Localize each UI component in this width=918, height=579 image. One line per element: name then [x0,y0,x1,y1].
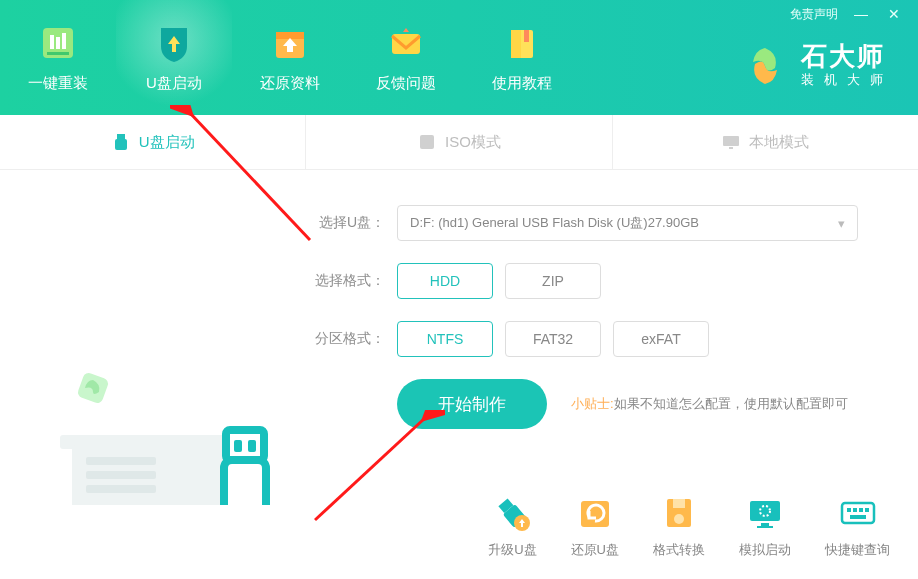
tab-label: ISO模式 [445,133,501,152]
keyboard-icon [838,493,878,533]
svg-rect-32 [673,499,685,508]
svg-rect-26 [224,460,266,505]
disk-value: D:F: (hd1) General USB Flash Disk (U盘)27… [410,214,699,232]
tip-text: 小贴士:如果不知道怎么配置，使用默认配置即可 [571,395,848,413]
btn-restore-usb[interactable]: 还原U盘 [571,493,619,559]
usb-icon [111,132,131,152]
svg-rect-20 [86,471,156,479]
tab-local[interactable]: 本地模式 [613,115,918,169]
mail-icon [385,22,427,64]
nav-label: 使用教程 [492,74,552,93]
svg-rect-21 [86,485,156,493]
bottom-label: 快捷键查询 [825,541,890,559]
bottom-label: 模拟启动 [739,541,791,559]
svg-rect-9 [511,30,521,58]
bottom-toolbar: 升级U盘 还原U盘 格式转换 模拟启动 快捷键查询 [488,493,890,559]
nav-label: U盘启动 [146,74,202,93]
tab-iso[interactable]: ISO模式 [306,115,612,169]
tab-label: 本地模式 [749,133,809,152]
bars-icon [37,22,79,64]
svg-rect-10 [524,30,529,42]
svg-rect-4 [47,52,69,55]
svg-rect-36 [761,523,769,526]
restore-icon [575,493,615,533]
config-form: 选择U盘： D:F: (hd1) General USB Flash Disk … [300,195,918,495]
btn-format-convert[interactable]: 格式转换 [653,493,705,559]
format-option-zip[interactable]: ZIP [505,263,601,299]
tab-usb-boot[interactable]: U盘启动 [0,115,306,169]
brand-logo-icon [743,44,787,88]
disk-label: 选择U盘： [315,214,385,232]
svg-rect-19 [86,457,156,465]
svg-rect-39 [847,508,851,512]
format-label: 选择格式： [315,272,385,290]
nav-feedback[interactable]: 反馈问题 [348,0,464,115]
tip-prefix: 小贴士: [571,396,614,411]
bottom-label: 升级U盘 [488,541,536,559]
bottom-label: 还原U盘 [571,541,619,559]
svg-point-33 [674,514,684,524]
svg-rect-13 [420,135,434,149]
svg-rect-11 [117,134,125,139]
svg-rect-42 [865,508,869,512]
svg-rect-12 [115,139,127,150]
nav-label: 一键重装 [28,74,88,93]
illustration [0,195,300,495]
svg-rect-7 [392,34,420,54]
partition-option-fat32[interactable]: FAT32 [505,321,601,357]
main-content: 选择U盘： D:F: (hd1) General USB Flash Disk … [0,170,918,495]
svg-rect-23 [226,430,264,460]
minimize-button[interactable]: — [850,6,872,22]
svg-rect-38 [842,503,874,523]
upload-box-icon [269,22,311,64]
bottom-label: 格式转换 [653,541,705,559]
svg-rect-43 [850,515,866,519]
iso-icon [417,132,437,152]
btn-shortcut-query[interactable]: 快捷键查询 [825,493,890,559]
monitor-boot-icon [745,493,785,533]
close-button[interactable]: ✕ [884,6,904,22]
brand-subtitle: 装机大师 [801,71,893,89]
shield-usb-icon [153,22,195,64]
svg-rect-41 [859,508,863,512]
window-controls: 免责声明 — ✕ [790,0,918,28]
disclaimer-link[interactable]: 免责声明 [790,6,838,23]
partition-option-exfat[interactable]: exFAT [613,321,709,357]
btn-upgrade-usb[interactable]: 升级U盘 [488,493,536,559]
svg-rect-24 [234,440,242,452]
svg-rect-40 [853,508,857,512]
svg-rect-2 [56,37,60,49]
start-button[interactable]: 开始制作 [397,379,547,429]
svg-rect-6 [276,32,304,39]
nav-restore[interactable]: 还原资料 [232,0,348,115]
monitor-icon [721,132,741,152]
svg-rect-15 [729,147,733,149]
svg-rect-34 [750,501,780,521]
chevron-down-icon: ▾ [838,216,845,231]
main-nav: 一键重装 U盘启动 还原资料 反馈问题 使用教程 [0,0,580,115]
usb-upgrade-icon [492,493,532,533]
nav-label: 还原资料 [260,74,320,93]
tab-label: U盘启动 [139,133,195,152]
brand-title: 石大师 [801,43,893,69]
svg-rect-3 [62,33,66,49]
nav-label: 反馈问题 [376,74,436,93]
nav-reinstall[interactable]: 一键重装 [0,0,116,115]
mode-tabs: U盘启动 ISO模式 本地模式 [0,115,918,170]
partition-option-ntfs[interactable]: NTFS [397,321,493,357]
disk-select[interactable]: D:F: (hd1) General USB Flash Disk (U盘)27… [397,205,858,241]
header-bar: 免责声明 — ✕ 一键重装 U盘启动 还原资料 反馈问题 [0,0,918,115]
svg-rect-14 [723,136,739,146]
svg-rect-25 [248,440,256,452]
svg-rect-1 [50,35,54,49]
nav-tutorial[interactable]: 使用教程 [464,0,580,115]
partition-label: 分区格式： [315,330,385,348]
disk-icon [659,493,699,533]
svg-rect-37 [757,526,773,528]
nav-usb-boot[interactable]: U盘启动 [116,0,232,115]
format-option-hdd[interactable]: HDD [397,263,493,299]
btn-simulate-boot[interactable]: 模拟启动 [739,493,791,559]
book-icon [501,22,543,64]
